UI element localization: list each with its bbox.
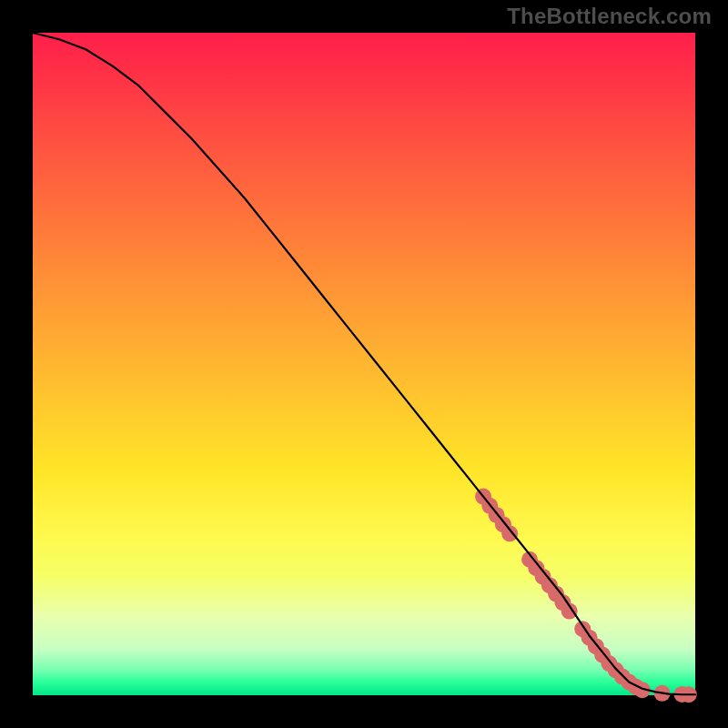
chart-svg: [33, 33, 695, 695]
markers-layer: [475, 489, 697, 703]
watermark-text: TheBottleneck.com: [507, 4, 712, 29]
chart-frame: TheBottleneck.com: [0, 0, 728, 728]
marker-dot: [501, 525, 518, 541]
bottleneck-curve: [33, 33, 695, 694]
plot-area: [33, 33, 695, 695]
